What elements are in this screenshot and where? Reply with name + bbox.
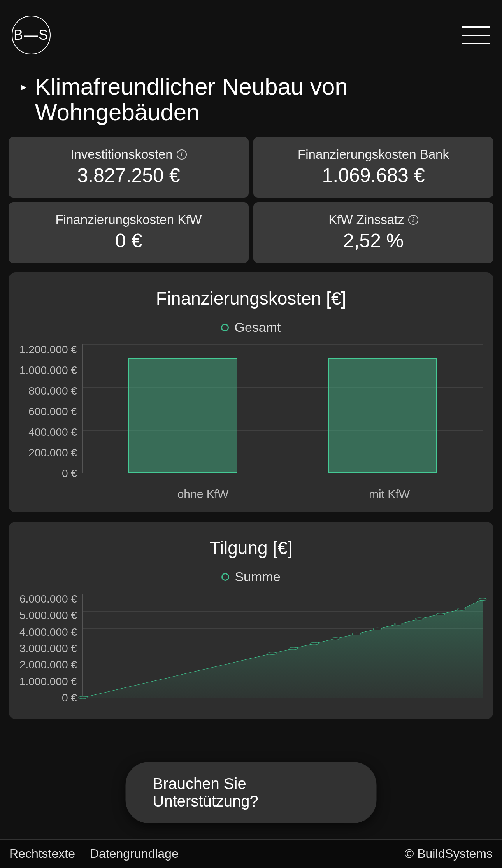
- svg-point-2: [289, 647, 298, 650]
- bar-mit-kfw: [328, 358, 437, 473]
- y-axis: 6.000.000 € 5.000.000 € 4.000.000 € 3.00…: [19, 594, 82, 703]
- footer-link-data[interactable]: Datengrundlage: [90, 847, 179, 861]
- legend-label: Summe: [235, 569, 280, 584]
- page-title: Klimafreundlicher Neubau von Wohngebäude…: [35, 74, 490, 125]
- metric-label-text: KfW Zinssatz: [328, 212, 404, 227]
- metric-label: KfW Zinssatz i: [328, 212, 418, 227]
- y-tick: 6.000.000 €: [19, 594, 77, 605]
- metric-value: 0 €: [115, 230, 142, 252]
- logo[interactable]: B—S: [12, 16, 51, 54]
- y-tick: 1.000.000 €: [19, 676, 77, 687]
- metric-value: 3.827.250 €: [77, 164, 180, 187]
- hamburger-line: [462, 26, 490, 28]
- svg-point-1: [268, 652, 277, 655]
- footer-copyright: © BuildSystems: [405, 847, 493, 861]
- svg-point-7: [394, 623, 403, 625]
- caret-right-icon: ▸: [21, 81, 26, 93]
- line-plot: [82, 594, 483, 698]
- y-tick: 0 €: [62, 468, 77, 479]
- chart-finanzierungskosten: Finanzierungskosten [€] Gesamt 1.200.000…: [9, 272, 493, 512]
- y-tick: 1.000.000 €: [19, 365, 77, 376]
- bar-plot: [82, 344, 483, 473]
- svg-point-9: [436, 613, 445, 615]
- info-icon[interactable]: i: [177, 149, 187, 160]
- support-button[interactable]: Brauchen Sie Unterstützung?: [126, 762, 377, 823]
- info-icon[interactable]: i: [408, 215, 418, 225]
- metric-label: Finanzierungskosten Bank: [298, 147, 449, 162]
- x-axis: ohne KfW mit KfW: [110, 479, 483, 501]
- y-tick: 2.000.000 €: [19, 659, 77, 670]
- chart-legend: Summe: [19, 569, 483, 584]
- chart-tilgung: Tilgung [€] Summe 6.000.000 € 5.000.000 …: [9, 522, 493, 719]
- metric-value: 2,52 %: [343, 230, 404, 252]
- metric-card-investment: Investitionskosten i 3.827.250 €: [9, 137, 249, 198]
- y-tick: 5.000.000 €: [19, 610, 77, 621]
- svg-point-10: [457, 608, 466, 610]
- chart-title: Tilgung [€]: [19, 537, 483, 558]
- legend-dot-icon: [221, 324, 229, 331]
- x-tick: mit KfW: [296, 479, 483, 501]
- svg-point-0: [79, 696, 88, 699]
- svg-point-5: [352, 633, 361, 635]
- hamburger-line: [462, 35, 490, 36]
- y-tick: 4.000.000 €: [19, 627, 77, 638]
- svg-point-4: [331, 638, 340, 640]
- y-axis: 1.200.000 € 1.000.000 € 800.000 € 600.00…: [19, 344, 82, 479]
- metric-card-bank-cost: Finanzierungskosten Bank 1.069.683 €: [253, 137, 493, 198]
- bar-ohne-kfw: [128, 358, 237, 473]
- y-tick: 800.000 €: [28, 386, 77, 396]
- metric-grid: Investitionskosten i 3.827.250 € Finanzi…: [0, 137, 502, 263]
- y-tick: 400.000 €: [28, 427, 77, 438]
- logo-text: B—S: [14, 27, 49, 43]
- support-text: Brauchen Sie Unterstützung?: [153, 775, 258, 810]
- svg-point-6: [373, 628, 382, 630]
- svg-point-8: [415, 618, 424, 620]
- y-tick: 600.000 €: [28, 406, 77, 417]
- metric-label: Finanzierungskosten KfW: [55, 212, 202, 227]
- y-tick: 200.000 €: [28, 447, 77, 458]
- metric-label-text: Investitionskosten: [70, 147, 172, 162]
- legend-label: Gesamt: [234, 320, 281, 335]
- x-tick: ohne KfW: [110, 479, 296, 501]
- footer: Rechtstexte Datengrundlage © BuildSystem…: [0, 839, 502, 868]
- metric-label-text: Finanzierungskosten Bank: [298, 147, 449, 162]
- menu-button[interactable]: [462, 26, 490, 44]
- metric-card-kfw-cost: Finanzierungskosten KfW 0 €: [9, 202, 249, 263]
- y-tick: 1.200.000 €: [19, 344, 77, 355]
- legend-dot-icon: [221, 573, 229, 581]
- y-tick: 3.000.000 €: [19, 643, 77, 654]
- metric-label-text: Finanzierungskosten KfW: [55, 212, 202, 227]
- svg-point-11: [478, 598, 487, 601]
- chart-title: Finanzierungskosten [€]: [19, 288, 483, 309]
- footer-link-legal[interactable]: Rechtstexte: [9, 847, 75, 861]
- chart-legend: Gesamt: [19, 320, 483, 335]
- line-points: [83, 594, 483, 698]
- metric-card-kfw-rate: KfW Zinssatz i 2,52 %: [253, 202, 493, 263]
- svg-point-3: [310, 642, 319, 645]
- hamburger-line: [462, 43, 490, 44]
- metric-value: 1.069.683 €: [322, 164, 425, 187]
- metric-label: Investitionskosten i: [70, 147, 186, 162]
- y-tick: 0 €: [62, 693, 77, 703]
